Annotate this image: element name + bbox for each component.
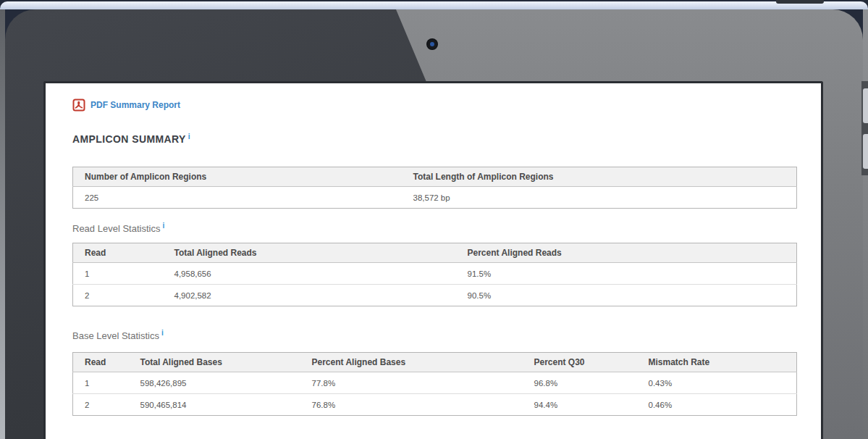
tablet-left-edge — [0, 9, 5, 439]
table-cell: 1 — [73, 372, 129, 394]
column-header: Total Aligned Reads — [163, 243, 456, 263]
table-cell: 590,465,814 — [129, 394, 300, 416]
table-cell: 4,902,582 — [163, 285, 456, 306]
table-cell: 0.46% — [637, 394, 797, 416]
table-cell: 598,426,895 — [129, 372, 300, 394]
table-row: 2 4,902,582 90.5% — [73, 285, 797, 306]
volume-down-button — [863, 134, 868, 169]
table-cell: 96.8% — [523, 372, 637, 394]
tablet-right-edge — [863, 9, 868, 439]
table-cell: 2 — [73, 285, 163, 306]
column-header: Percent Q30 — [523, 353, 637, 372]
power-button — [776, 0, 824, 4]
section-label-read-level: Read Level Statisticsi — [72, 223, 796, 234]
table-row: 1 598,426,895 77.8% 96.8% 0.43% — [73, 372, 797, 394]
column-header: Read — [73, 243, 163, 263]
table-cell: 2 — [73, 394, 129, 416]
amplicon-summary-table: Number of Amplicon Regions Total Length … — [72, 167, 797, 209]
column-header: Percent Aligned Bases — [300, 353, 523, 372]
amplicon-report-page: PDF Summary Report AMPLICON SUMMARYi Num… — [46, 83, 821, 416]
table-cell: 91.5% — [456, 263, 797, 285]
read-level-statistics-table: Read Total Aligned Reads Percent Aligned… — [72, 243, 797, 306]
pdf-icon — [72, 99, 85, 112]
table-cell: 4,958,656 — [163, 263, 456, 285]
table-row: 2 590,465,814 76.8% 94.4% 0.46% — [73, 394, 797, 416]
column-header: Number of Amplicon Regions — [73, 167, 402, 187]
column-header: Total Aligned Bases — [129, 353, 300, 372]
table-cell: 0.43% — [637, 372, 797, 394]
pdf-link-label: PDF Summary Report — [90, 100, 180, 110]
table-cell: 94.4% — [523, 394, 637, 416]
table-cell: 38,572 bp — [402, 187, 797, 209]
column-header: Read — [73, 353, 129, 372]
tablet-top-edge — [0, 1, 868, 9]
tablet-mockup: PDF Summary Report AMPLICON SUMMARYi Num… — [0, 0, 868, 439]
table-cell: 90.5% — [456, 285, 797, 306]
table-cell: 1 — [73, 263, 163, 285]
table-cell: 77.8% — [300, 372, 523, 394]
volume-up-button — [863, 88, 868, 123]
table-cell: 225 — [73, 187, 402, 209]
info-icon[interactable]: i — [161, 329, 164, 337]
column-header: Total Length of Amplicon Regions — [402, 167, 797, 187]
pdf-summary-report-link[interactable]: PDF Summary Report — [72, 99, 180, 112]
tablet-screen: PDF Summary Report AMPLICON SUMMARYi Num… — [43, 81, 823, 439]
table-row: 225 38,572 bp — [73, 187, 797, 209]
info-icon[interactable]: i — [188, 133, 190, 141]
front-camera-icon — [427, 39, 437, 49]
column-header: Percent Aligned Reads — [456, 243, 797, 263]
table-row: 1 4,958,656 91.5% — [73, 263, 797, 285]
info-icon[interactable]: i — [162, 222, 164, 230]
section-label-base-level: Base Level Statisticsi — [72, 330, 796, 341]
page-title: AMPLICON SUMMARYi — [72, 134, 796, 145]
base-level-statistics-table: Read Total Aligned Bases Percent Aligned… — [72, 352, 797, 416]
column-header: Mismatch Rate — [637, 353, 797, 372]
camera-lens — [430, 42, 434, 46]
table-cell: 76.8% — [300, 394, 523, 416]
